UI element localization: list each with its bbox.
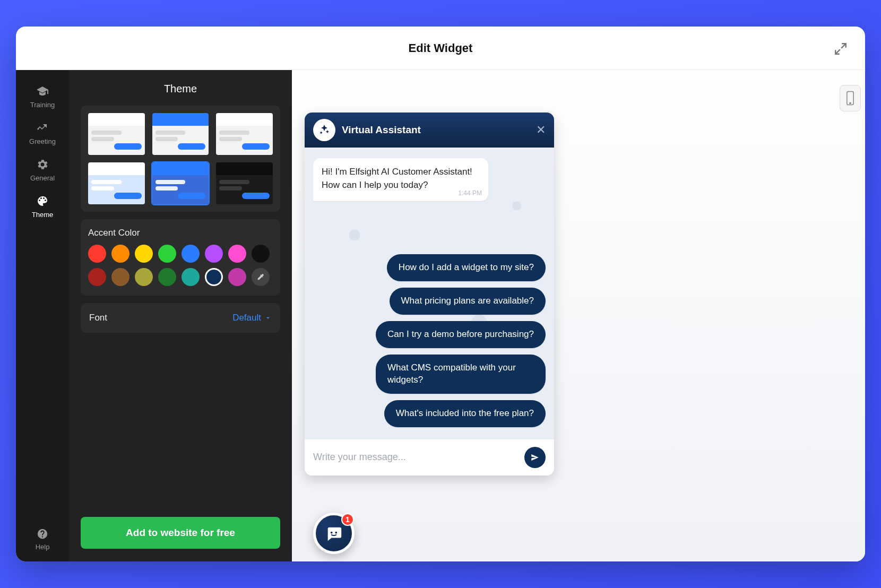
color-swatch[interactable]: [88, 245, 106, 263]
wave-icon: [36, 122, 49, 134]
color-swatch[interactable]: [158, 268, 176, 286]
color-swatch[interactable]: [111, 268, 129, 286]
color-swatch[interactable]: [205, 245, 223, 263]
add-to-website-button[interactable]: Add to website for free: [81, 517, 280, 549]
bot-message: Hi! I'm Elfsight AI Customer Assistant! …: [313, 158, 488, 201]
chat-input-bar: [305, 439, 554, 475]
svg-point-2: [331, 532, 333, 534]
font-select[interactable]: Font Default: [81, 303, 280, 333]
font-value: Default: [232, 313, 272, 323]
suggestion-chip[interactable]: What's included into the free plan?: [384, 400, 546, 427]
svg-point-3: [335, 532, 337, 534]
unread-badge: 1: [341, 513, 354, 526]
color-swatch[interactable]: [135, 268, 153, 286]
chat-title: Virtual Assistant: [342, 124, 421, 136]
chat-input[interactable]: [313, 452, 518, 463]
title-bar: Edit Widget: [16, 27, 865, 70]
theme-panel-title: Theme: [81, 80, 280, 95]
message-time: 1:44 PM: [458, 189, 482, 198]
nav-label: General: [30, 174, 55, 182]
chat-icon: [325, 524, 343, 542]
gear-icon: [36, 158, 49, 171]
chevron-down-icon: [264, 314, 272, 322]
eyedropper-icon[interactable]: [252, 268, 270, 286]
font-label: Font: [89, 313, 107, 323]
nav-item-training[interactable]: Training: [16, 79, 69, 115]
send-button[interactable]: [524, 447, 546, 468]
color-swatch[interactable]: [88, 268, 106, 286]
nav-item-theme[interactable]: Theme: [16, 188, 69, 225]
sparkle-icon: [313, 119, 335, 141]
color-swatch[interactable]: [205, 268, 223, 286]
color-swatch[interactable]: [182, 268, 200, 286]
color-swatch[interactable]: [111, 245, 129, 263]
accent-color-label: Accent Color: [88, 228, 273, 238]
suggestion-chip[interactable]: What pricing plans are available?: [390, 288, 546, 315]
help-icon: [37, 528, 48, 540]
theme-thumbnail[interactable]: [87, 112, 146, 156]
theme-thumbnail[interactable]: [151, 161, 210, 205]
color-swatch[interactable]: [135, 245, 153, 263]
suggestion-list: How do I add a widget to my site?What pr…: [313, 254, 546, 427]
theme-thumbnail[interactable]: [215, 161, 274, 205]
nav-item-general[interactable]: General: [16, 152, 69, 188]
chat-widget: Virtual Assistant ✕ Hi! I'm Elfsight AI …: [305, 113, 554, 475]
suggestion-chip[interactable]: What CMS compatible with your widgets?: [376, 354, 546, 394]
color-swatch[interactable]: [252, 245, 270, 263]
svg-point-1: [850, 102, 851, 103]
graduation-cap-icon: [36, 85, 49, 98]
chat-body: Hi! I'm Elfsight AI Customer Assistant! …: [305, 148, 554, 439]
chat-launcher[interactable]: 1: [313, 513, 355, 554]
preview-canvas: Virtual Assistant ✕ Hi! I'm Elfsight AI …: [292, 70, 865, 561]
color-swatch[interactable]: [228, 245, 246, 263]
device-toggle[interactable]: [840, 85, 861, 111]
nav-item-greeting[interactable]: Greeting: [16, 115, 69, 152]
close-icon[interactable]: ✕: [536, 124, 546, 136]
palette-icon: [36, 195, 49, 207]
suggestion-chip[interactable]: How do I add a widget to my site?: [387, 254, 546, 281]
nav-label: Training: [30, 101, 55, 109]
theme-thumbnail[interactable]: [151, 112, 210, 156]
color-swatch[interactable]: [158, 245, 176, 263]
nav-label: Theme: [32, 211, 53, 219]
color-swatch[interactable]: [182, 245, 200, 263]
theme-panel: Theme Accent Color Font Default Add to w…: [69, 70, 292, 561]
theme-thumbnail[interactable]: [215, 112, 274, 156]
expand-icon[interactable]: [831, 39, 850, 58]
mobile-icon: [845, 91, 856, 106]
nav-rail: Training Greeting General Theme Help: [16, 70, 69, 561]
send-icon: [530, 453, 540, 462]
color-swatch[interactable]: [228, 268, 246, 286]
main-area: Training Greeting General Theme Help The…: [16, 70, 865, 561]
page-title: Edit Widget: [409, 41, 473, 55]
app-window: Edit Widget Training Greeting General: [16, 27, 865, 561]
nav-help[interactable]: Help: [36, 528, 50, 551]
chat-header: Virtual Assistant ✕: [305, 113, 554, 148]
suggestion-chip[interactable]: Can I try a demo before purchasing?: [376, 321, 546, 348]
nav-help-label: Help: [36, 543, 50, 551]
accent-color-section: Accent Color: [81, 219, 280, 296]
nav-label: Greeting: [29, 137, 56, 145]
theme-thumbnail[interactable]: [87, 161, 146, 205]
theme-grid: [81, 106, 280, 212]
